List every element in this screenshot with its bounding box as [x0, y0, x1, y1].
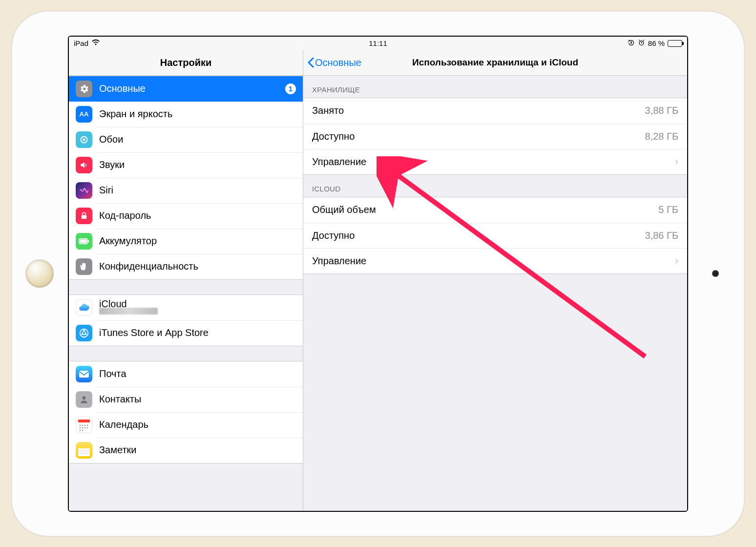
- badge: 1: [285, 84, 296, 94]
- sidebar-item-appstore[interactable]: iTunes Store и App Store: [69, 320, 303, 346]
- lock-icon: [76, 208, 92, 224]
- svg-point-16: [80, 427, 81, 428]
- sidebar-item-label: iTunes Store и App Store: [99, 327, 296, 338]
- chevron-left-icon: [307, 57, 314, 68]
- sidebar-item-sounds[interactable]: Звуки: [69, 152, 303, 178]
- svg-point-21: [82, 429, 84, 431]
- svg-rect-7: [80, 239, 87, 243]
- storage-group: Занято 3,88 ГБ Доступно 8,28 ГБ Управлен…: [303, 98, 687, 175]
- sidebar-item-contacts[interactable]: Контакты: [69, 387, 303, 412]
- speaker-icon: [76, 157, 92, 173]
- rotation-lock-icon: [628, 39, 635, 48]
- row-value: 8,28 ГБ: [645, 131, 678, 142]
- contacts-icon: [76, 391, 92, 408]
- svg-point-17: [82, 427, 84, 428]
- back-button[interactable]: Основные: [303, 57, 361, 68]
- svg-point-18: [84, 427, 86, 428]
- sidebar-item-wallpaper[interactable]: Обои: [69, 127, 303, 152]
- section-header-icloud: ICLOUD: [303, 175, 687, 197]
- section-header-storage: ХРАНИЛИЩЕ: [303, 76, 687, 98]
- sidebar-item-label: Конфиденциальность: [99, 261, 296, 272]
- nav-bar: Основные Использование хранилища и iClou…: [303, 50, 687, 76]
- row-value: 3,88 ГБ: [645, 105, 678, 116]
- svg-point-3: [83, 139, 84, 140]
- sidebar-item-label: Основные: [99, 83, 278, 94]
- row-value: 5 ГБ: [658, 204, 678, 215]
- sidebar-item-label: Почта: [99, 368, 296, 379]
- mail-icon: [76, 366, 92, 382]
- storage-used-row: Занято 3,88 ГБ: [303, 98, 687, 124]
- icloud-total-row: Общий объем 5 ГБ: [303, 197, 687, 223]
- battery-icon: [668, 40, 682, 47]
- svg-point-12: [80, 424, 81, 426]
- chevron-right-icon: ›: [675, 155, 678, 168]
- svg-rect-11: [78, 420, 90, 422]
- svg-rect-0: [630, 42, 632, 43]
- svg-rect-9: [79, 370, 89, 377]
- storage-available-row: Доступно 8,28 ГБ: [303, 124, 687, 149]
- svg-rect-6: [88, 240, 89, 242]
- svg-rect-22: [78, 448, 90, 456]
- sidebar-item-battery[interactable]: Аккумулятор: [69, 229, 303, 254]
- sidebar-item-label: Аккумулятор: [99, 235, 296, 247]
- sidebar-item-label: Календарь: [99, 419, 296, 430]
- sidebar-item-passcode[interactable]: Код-пароль: [69, 203, 303, 229]
- home-button[interactable]: [25, 259, 54, 288]
- cloud-icon: [76, 299, 92, 316]
- svg-point-10: [83, 396, 86, 400]
- settings-title: Настройки: [69, 50, 303, 76]
- back-label: Основные: [315, 57, 361, 68]
- sidebar-item-calendar[interactable]: Календарь: [69, 412, 303, 438]
- settings-group-0: Основные 1 AA Экран и яркость Обои: [69, 76, 303, 280]
- svg-point-13: [82, 424, 84, 426]
- ipad-frame: iPad 11:11 86 % Настройки: [12, 11, 744, 536]
- notes-icon: [76, 442, 92, 459]
- svg-rect-4: [82, 215, 87, 219]
- status-left: iPad: [74, 39, 100, 47]
- wallpaper-icon: [76, 131, 92, 148]
- appstore-icon: [76, 325, 92, 341]
- sidebar-item-label: Siri: [99, 185, 296, 196]
- sidebar-item-mail[interactable]: Почта: [69, 361, 303, 387]
- settings-sidebar: Настройки Основные 1 AA Экран и яркос: [69, 50, 303, 511]
- sidebar-item-label: Заметки: [99, 444, 296, 456]
- icloud-manage-row[interactable]: Управление ›: [303, 248, 687, 274]
- chevron-right-icon: ›: [675, 254, 678, 267]
- sidebar-item-label: Обои: [99, 134, 296, 145]
- svg-point-14: [84, 424, 86, 426]
- sidebar-item-siri[interactable]: Siri: [69, 178, 303, 203]
- alarm-icon: [638, 39, 645, 48]
- device-label: iPad: [74, 39, 88, 47]
- row-label: Доступно: [312, 230, 645, 241]
- status-bar: iPad 11:11 86 %: [69, 37, 687, 50]
- row-label: Управление: [312, 255, 671, 267]
- icloud-account-blur: [99, 308, 158, 316]
- row-label: Управление: [312, 156, 671, 168]
- sidebar-item-label: Экран и яркость: [99, 108, 296, 120]
- storage-manage-row[interactable]: Управление ›: [303, 149, 687, 174]
- gear-icon: [76, 81, 92, 97]
- screen: iPad 11:11 86 % Настройки: [68, 36, 688, 512]
- sidebar-item-label: Код-пароль: [99, 210, 296, 221]
- sidebar-item-label: Звуки: [99, 159, 296, 170]
- row-value: 3,86 ГБ: [645, 230, 678, 241]
- sidebar-item-label: Контакты: [99, 394, 296, 405]
- sidebar-item-notes[interactable]: Заметки: [69, 438, 303, 463]
- front-camera: [712, 270, 719, 277]
- status-right: 86 %: [628, 39, 682, 48]
- settings-scroll[interactable]: Основные 1 AA Экран и яркость Обои: [69, 76, 303, 511]
- row-label: Общий объем: [312, 204, 658, 215]
- battery-icon: [76, 233, 92, 250]
- detail-pane: Основные Использование хранилища и iClou…: [303, 50, 687, 511]
- status-time: 11:11: [69, 39, 687, 47]
- calendar-icon: [76, 417, 92, 433]
- sidebar-item-icloud[interactable]: iCloud: [69, 295, 303, 320]
- svg-point-15: [87, 424, 88, 426]
- sidebar-item-display[interactable]: AA Экран и яркость: [69, 102, 303, 127]
- sidebar-item-general[interactable]: Основные 1: [69, 76, 303, 102]
- display-icon: AA: [76, 106, 92, 123]
- svg-point-20: [80, 429, 81, 431]
- svg-point-19: [87, 427, 88, 428]
- sidebar-item-privacy[interactable]: Конфиденциальность: [69, 254, 303, 279]
- siri-icon: [76, 182, 92, 199]
